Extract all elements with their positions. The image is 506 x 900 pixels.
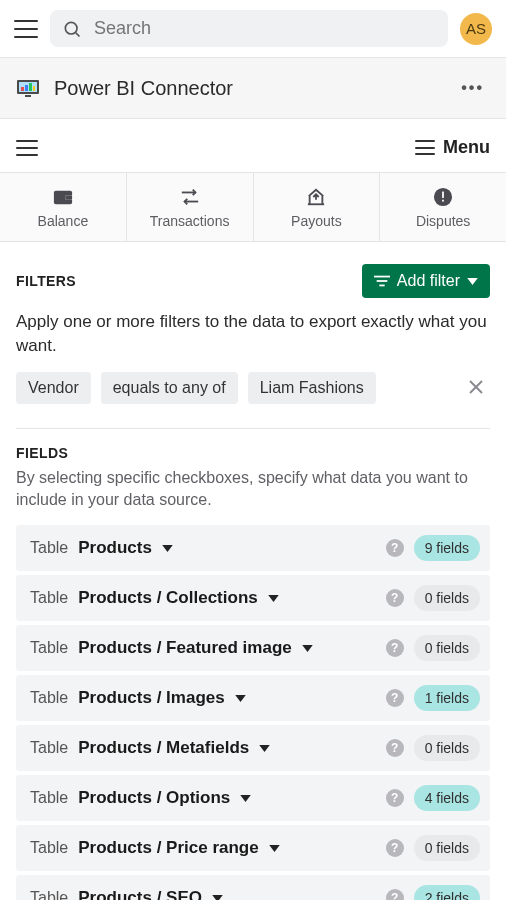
svg-marker-29	[302, 645, 313, 652]
fields-heading: FIELDS	[16, 445, 490, 461]
close-icon	[468, 379, 484, 395]
search-input[interactable]	[94, 18, 436, 39]
svg-rect-6	[29, 83, 32, 91]
table-prefix: Table	[30, 789, 68, 807]
tab-label: Payouts	[291, 213, 342, 229]
field-count-badge: 1 fields	[414, 685, 480, 711]
table-name: Products / Featured image	[78, 638, 292, 658]
table-prefix: Table	[30, 739, 68, 757]
transfer-icon	[179, 187, 201, 207]
search-icon	[62, 19, 82, 39]
svg-rect-22	[377, 280, 388, 282]
main-content: FILTERS Add filter Apply one or more fil…	[0, 242, 506, 900]
svg-rect-23	[379, 285, 384, 287]
help-icon[interactable]: ?	[386, 639, 404, 657]
field-row[interactable]: Table Products / Featured image?0 fields	[16, 625, 490, 671]
field-row[interactable]: Table Products / SEO?2 fields	[16, 875, 490, 900]
field-count-badge: 0 fields	[414, 585, 480, 611]
add-filter-button[interactable]: Add filter	[362, 264, 490, 298]
tab-label: Balance	[38, 213, 89, 229]
field-count-badge: 0 fields	[414, 635, 480, 661]
filter-value-chip[interactable]: Liam Fashions	[248, 372, 376, 404]
wallet-icon	[52, 187, 74, 207]
filters-heading: FILTERS	[16, 273, 76, 289]
chevron-down-icon	[302, 645, 313, 652]
remove-filter-button[interactable]	[462, 375, 490, 401]
filter-operator-chip[interactable]: equals to any of	[101, 372, 238, 404]
help-icon[interactable]: ?	[386, 739, 404, 757]
filter-icon	[374, 274, 390, 288]
field-row[interactable]: Table Products / Metafields?0 fields	[16, 725, 490, 771]
table-name: Products / Options	[78, 788, 230, 808]
tab-balance[interactable]: Balance	[0, 173, 127, 241]
svg-rect-20	[442, 200, 444, 202]
divider	[16, 428, 490, 429]
field-count-badge: 0 fields	[414, 735, 480, 761]
help-icon[interactable]: ?	[386, 839, 404, 857]
table-prefix: Table	[30, 539, 68, 557]
menu-label: Menu	[443, 137, 490, 158]
table-name: Products / Images	[78, 688, 224, 708]
tab-transactions[interactable]: Transactions	[127, 173, 254, 241]
help-icon[interactable]: ?	[386, 589, 404, 607]
chevron-down-icon	[268, 595, 279, 602]
more-actions-button[interactable]: •••	[455, 77, 490, 99]
top-bar: AS	[0, 0, 506, 57]
filters-header: FILTERS Add filter	[16, 264, 490, 298]
table-name: Products / Metafields	[78, 738, 249, 758]
svg-rect-4	[21, 87, 24, 91]
field-row[interactable]: Table Products?9 fields	[16, 525, 490, 571]
field-count-badge: 4 fields	[414, 785, 480, 811]
filters-description: Apply one or more filters to the data to…	[16, 310, 490, 358]
payout-icon	[305, 187, 327, 207]
table-prefix: Table	[30, 639, 68, 657]
chevron-down-icon	[212, 895, 223, 900]
svg-marker-33	[269, 845, 280, 852]
svg-line-1	[76, 32, 80, 36]
field-row[interactable]: Table Products / Images?1 fields	[16, 675, 490, 721]
alert-icon	[433, 187, 453, 207]
svg-rect-5	[25, 85, 28, 91]
main-menu-toggle[interactable]	[14, 20, 38, 38]
menu-button[interactable]: Menu	[415, 137, 490, 158]
svg-marker-32	[241, 795, 252, 802]
field-count-badge: 9 fields	[414, 535, 480, 561]
global-search[interactable]	[50, 10, 448, 47]
help-icon[interactable]: ?	[386, 889, 404, 900]
table-name: Products / SEO	[78, 888, 202, 900]
field-count-badge: 0 fields	[414, 835, 480, 861]
table-prefix: Table	[30, 689, 68, 707]
table-name: Products	[78, 538, 152, 558]
chevron-down-icon	[269, 845, 280, 852]
field-row[interactable]: Table Products / Collections?0 fields	[16, 575, 490, 621]
svg-rect-21	[374, 276, 390, 278]
table-prefix: Table	[30, 889, 68, 900]
field-row[interactable]: Table Products / Options?4 fields	[16, 775, 490, 821]
tab-payouts[interactable]: Payouts	[254, 173, 381, 241]
svg-marker-34	[212, 895, 223, 900]
help-icon[interactable]: ?	[386, 689, 404, 707]
filter-expression: Vendor equals to any of Liam Fashions	[16, 372, 490, 404]
add-filter-label: Add filter	[397, 272, 460, 290]
tab-label: Transactions	[150, 213, 230, 229]
app-header: Power BI Connector •••	[0, 57, 506, 119]
tabs: Balance Transactions Payouts Disputes	[0, 172, 506, 242]
avatar[interactable]: AS	[460, 13, 492, 45]
svg-marker-30	[235, 695, 246, 702]
tab-disputes[interactable]: Disputes	[380, 173, 506, 241]
field-table-list: Table Products?9 fieldsTable Products / …	[16, 525, 490, 900]
field-row[interactable]: Table Products / Price range?0 fields	[16, 825, 490, 871]
help-icon[interactable]: ?	[386, 789, 404, 807]
filter-field-chip[interactable]: Vendor	[16, 372, 91, 404]
section-menu-toggle[interactable]	[16, 140, 38, 156]
svg-point-0	[65, 22, 77, 34]
svg-marker-31	[259, 745, 270, 752]
app-icon	[16, 76, 40, 100]
chevron-down-icon	[162, 545, 173, 552]
help-icon[interactable]: ?	[386, 539, 404, 557]
chevron-down-icon	[259, 745, 270, 752]
tab-label: Disputes	[416, 213, 470, 229]
table-name: Products / Collections	[78, 588, 257, 608]
table-prefix: Table	[30, 839, 68, 857]
svg-rect-19	[442, 192, 444, 198]
